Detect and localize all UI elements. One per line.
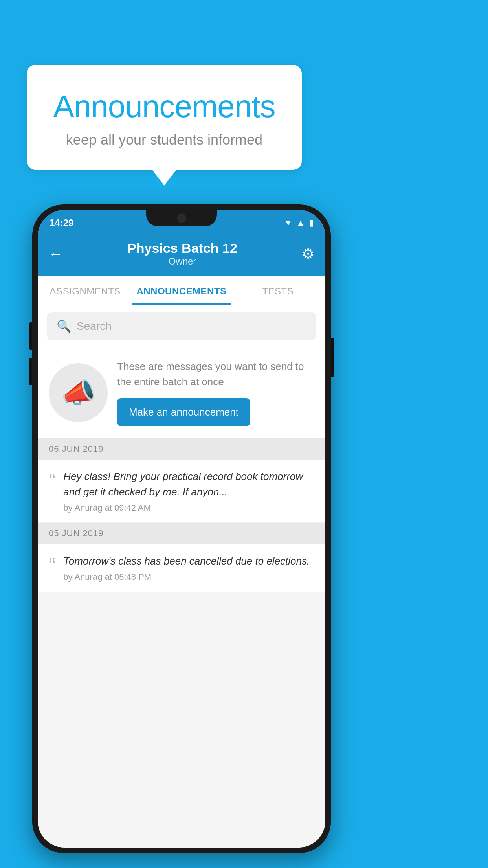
announcement-text-2: Tomorrow's class has been cancelled due … <box>63 554 314 569</box>
volume-down-button <box>29 358 32 385</box>
search-placeholder: Search <box>77 320 112 333</box>
date-separator-1: 06 JUN 2019 <box>38 438 325 460</box>
announcement-item-2[interactable]: “ Tomorrow's class has been cancelled du… <box>38 544 325 592</box>
speech-bubble-container: Announcements keep all your students inf… <box>27 65 302 170</box>
search-icon: 🔍 <box>57 319 71 333</box>
promo-icon-circle: 📣 <box>49 363 108 422</box>
tab-announcements[interactable]: ANNOUNCEMENTS <box>132 276 230 305</box>
promo-section: 📣 These are messages you want to send to… <box>38 347 325 438</box>
header-subtitle: Owner <box>127 256 237 267</box>
announcement-text-1: Hey class! Bring your practical record b… <box>63 469 314 500</box>
phone-screen: 14:29 ▼ ▲ ▮ ← Physics Batch 12 Owner ⚙ <box>38 210 325 848</box>
settings-icon[interactable]: ⚙ <box>302 246 314 262</box>
status-icons: ▼ ▲ ▮ <box>284 218 314 228</box>
signal-icon: ▲ <box>296 218 305 228</box>
quote-icon-1: “ <box>49 471 55 491</box>
make-announcement-button[interactable]: Make an announcement <box>117 398 250 426</box>
announcement-content-1: Hey class! Bring your practical record b… <box>63 469 314 513</box>
power-button <box>331 338 334 377</box>
tab-tests[interactable]: TESTS <box>231 276 325 305</box>
phone-container: 14:29 ▼ ▲ ▮ ← Physics Batch 12 Owner ⚙ <box>32 204 331 853</box>
battery-icon: ▮ <box>309 218 314 228</box>
megaphone-icon: 📣 <box>61 377 95 409</box>
front-camera <box>177 214 186 223</box>
speech-bubble: Announcements keep all your students inf… <box>27 65 302 170</box>
back-button[interactable]: ← <box>49 246 63 262</box>
announcement-meta-2: by Anurag at 05:48 PM <box>63 572 314 582</box>
notch <box>146 210 217 226</box>
phone-outer: 14:29 ▼ ▲ ▮ ← Physics Batch 12 Owner ⚙ <box>32 204 331 853</box>
announcement-item-1[interactable]: “ Hey class! Bring your practical record… <box>38 460 325 523</box>
search-bar[interactable]: 🔍 Search <box>47 312 316 340</box>
header-title: Physics Batch 12 <box>127 241 237 256</box>
tab-assignments[interactable]: ASSIGNMENTS <box>38 276 132 305</box>
tab-bar: ASSIGNMENTS ANNOUNCEMENTS TESTS <box>38 276 325 305</box>
date-separator-2: 05 JUN 2019 <box>38 523 325 544</box>
search-container: 🔍 Search <box>38 305 325 347</box>
wifi-icon: ▼ <box>284 218 292 228</box>
bubble-subtitle: keep all your students informed <box>50 132 278 148</box>
quote-icon-2: “ <box>49 555 55 576</box>
promo-description: These are messages you want to send to t… <box>117 359 314 390</box>
volume-up-button <box>29 322 32 350</box>
status-time: 14:29 <box>50 217 73 228</box>
app-header: ← Physics Batch 12 Owner ⚙ <box>38 234 325 276</box>
announcement-meta-1: by Anurag at 09:42 AM <box>63 503 314 513</box>
bubble-title: Announcements <box>50 88 278 125</box>
promo-right: These are messages you want to send to t… <box>117 359 314 426</box>
announcement-content-2: Tomorrow's class has been cancelled due … <box>63 554 314 582</box>
header-center: Physics Batch 12 Owner <box>127 241 237 267</box>
